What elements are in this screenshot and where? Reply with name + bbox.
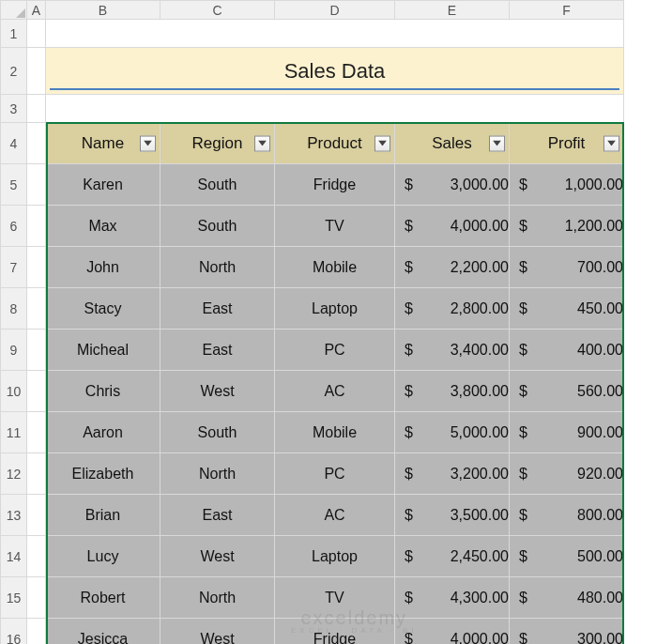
cell-profit[interactable]: $1,000.00 bbox=[510, 164, 624, 206]
spreadsheet-grid[interactable]: A B C D E F 1 2 Sales Data 3 4 Name Regi… bbox=[0, 0, 624, 644]
header-profit[interactable]: Profit bbox=[510, 123, 624, 164]
cell-name[interactable]: Lucy bbox=[46, 536, 160, 577]
header-sales[interactable]: Sales bbox=[395, 123, 510, 164]
cell-product[interactable]: Laptop bbox=[275, 288, 395, 330]
cell-profit[interactable]: $1,200.00 bbox=[510, 206, 624, 247]
cell-region[interactable]: East bbox=[160, 495, 275, 536]
cell-sales[interactable]: $5,000.00 bbox=[395, 412, 510, 453]
row-header-15[interactable]: 15 bbox=[1, 577, 27, 619]
cell[interactable] bbox=[27, 536, 46, 577]
row-header-9[interactable]: 9 bbox=[1, 330, 27, 371]
header-product[interactable]: Product bbox=[275, 123, 395, 164]
header-region[interactable]: Region bbox=[160, 123, 275, 164]
cell-sales[interactable]: $4,000.00 bbox=[395, 206, 510, 247]
cell-profit[interactable]: $450.00 bbox=[510, 288, 624, 330]
cell-region[interactable]: North bbox=[160, 577, 275, 619]
cell-profit[interactable]: $400.00 bbox=[510, 330, 624, 371]
title-cell[interactable]: Sales Data bbox=[46, 48, 624, 95]
row-header-8[interactable]: 8 bbox=[1, 288, 27, 330]
row-header-6[interactable]: 6 bbox=[1, 206, 27, 247]
cell-product[interactable]: TV bbox=[275, 206, 395, 247]
cell-region[interactable]: West bbox=[160, 619, 275, 645]
cell-product[interactable]: PC bbox=[275, 330, 395, 371]
cell[interactable] bbox=[27, 95, 46, 123]
cell-name[interactable]: Chris bbox=[46, 371, 160, 412]
filter-button[interactable] bbox=[489, 135, 505, 151]
col-header-B[interactable]: B bbox=[46, 1, 160, 20]
cell-name[interactable]: Max bbox=[46, 206, 160, 247]
cell[interactable] bbox=[27, 20, 46, 48]
cell-profit[interactable]: $480.00 bbox=[510, 577, 624, 619]
cell[interactable] bbox=[27, 371, 46, 412]
cell-name[interactable]: Elizabeth bbox=[46, 453, 160, 495]
cell-profit[interactable]: $900.00 bbox=[510, 412, 624, 453]
cell-region[interactable]: South bbox=[160, 164, 275, 206]
cell-name[interactable]: Stacy bbox=[46, 288, 160, 330]
cell[interactable] bbox=[46, 20, 624, 48]
cell-profit[interactable]: $800.00 bbox=[510, 495, 624, 536]
col-header-C[interactable]: C bbox=[160, 1, 275, 20]
cell-name[interactable]: Robert bbox=[46, 577, 160, 619]
select-all-corner[interactable] bbox=[1, 1, 27, 20]
cell-sales[interactable]: $2,200.00 bbox=[395, 247, 510, 288]
cell-product[interactable]: PC bbox=[275, 453, 395, 495]
cell-product[interactable]: Fridge bbox=[275, 164, 395, 206]
header-name[interactable]: Name bbox=[46, 123, 160, 164]
cell-product[interactable]: Mobile bbox=[275, 412, 395, 453]
filter-button[interactable] bbox=[254, 135, 270, 151]
cell-profit[interactable]: $920.00 bbox=[510, 453, 624, 495]
cell-name[interactable]: Aaron bbox=[46, 412, 160, 453]
cell-region[interactable]: North bbox=[160, 247, 275, 288]
cell[interactable] bbox=[27, 123, 46, 164]
cell[interactable] bbox=[27, 453, 46, 495]
cell-sales[interactable]: $2,800.00 bbox=[395, 288, 510, 330]
cell-name[interactable]: Micheal bbox=[46, 330, 160, 371]
cell[interactable] bbox=[27, 247, 46, 288]
cell-name[interactable]: Jesicca bbox=[46, 619, 160, 645]
cell-sales[interactable]: $3,200.00 bbox=[395, 453, 510, 495]
row-header-5[interactable]: 5 bbox=[1, 164, 27, 206]
cell-sales[interactable]: $3,400.00 bbox=[395, 330, 510, 371]
col-header-A[interactable]: A bbox=[27, 1, 46, 20]
col-header-F[interactable]: F bbox=[510, 1, 624, 20]
cell[interactable] bbox=[27, 48, 46, 95]
cell-product[interactable]: Fridge bbox=[275, 619, 395, 645]
cell-profit[interactable]: $560.00 bbox=[510, 371, 624, 412]
cell[interactable] bbox=[46, 95, 624, 123]
cell-region[interactable]: South bbox=[160, 206, 275, 247]
cell-region[interactable]: North bbox=[160, 453, 275, 495]
cell-name[interactable]: John bbox=[46, 247, 160, 288]
cell-profit[interactable]: $700.00 bbox=[510, 247, 624, 288]
cell-sales[interactable]: $3,800.00 bbox=[395, 371, 510, 412]
cell-product[interactable]: TV bbox=[275, 577, 395, 619]
cell[interactable] bbox=[27, 330, 46, 371]
cell-sales[interactable]: $3,500.00 bbox=[395, 495, 510, 536]
cell-region[interactable]: South bbox=[160, 412, 275, 453]
cell[interactable] bbox=[27, 206, 46, 247]
row-header-3[interactable]: 3 bbox=[1, 95, 27, 123]
cell-profit[interactable]: $500.00 bbox=[510, 536, 624, 577]
cell-region[interactable]: West bbox=[160, 536, 275, 577]
cell-profit[interactable]: $300.00 bbox=[510, 619, 624, 645]
cell[interactable] bbox=[27, 288, 46, 330]
cell[interactable] bbox=[27, 619, 46, 645]
row-header-7[interactable]: 7 bbox=[1, 247, 27, 288]
cell-product[interactable]: Mobile bbox=[275, 247, 395, 288]
cell[interactable] bbox=[27, 577, 46, 619]
cell-sales[interactable]: $4,000.00 bbox=[395, 619, 510, 645]
row-header-14[interactable]: 14 bbox=[1, 536, 27, 577]
cell-product[interactable]: AC bbox=[275, 495, 395, 536]
cell-product[interactable]: Laptop bbox=[275, 536, 395, 577]
filter-button[interactable] bbox=[140, 135, 156, 151]
row-header-4[interactable]: 4 bbox=[1, 123, 27, 164]
cell-region[interactable]: East bbox=[160, 330, 275, 371]
col-header-E[interactable]: E bbox=[395, 1, 510, 20]
cell-sales[interactable]: $4,300.00 bbox=[395, 577, 510, 619]
cell-name[interactable]: Karen bbox=[46, 164, 160, 206]
row-header-10[interactable]: 10 bbox=[1, 371, 27, 412]
filter-button[interactable] bbox=[374, 135, 390, 151]
cell-region[interactable]: East bbox=[160, 288, 275, 330]
cell[interactable] bbox=[27, 495, 46, 536]
row-header-2[interactable]: 2 bbox=[1, 48, 27, 95]
cell-name[interactable]: Brian bbox=[46, 495, 160, 536]
